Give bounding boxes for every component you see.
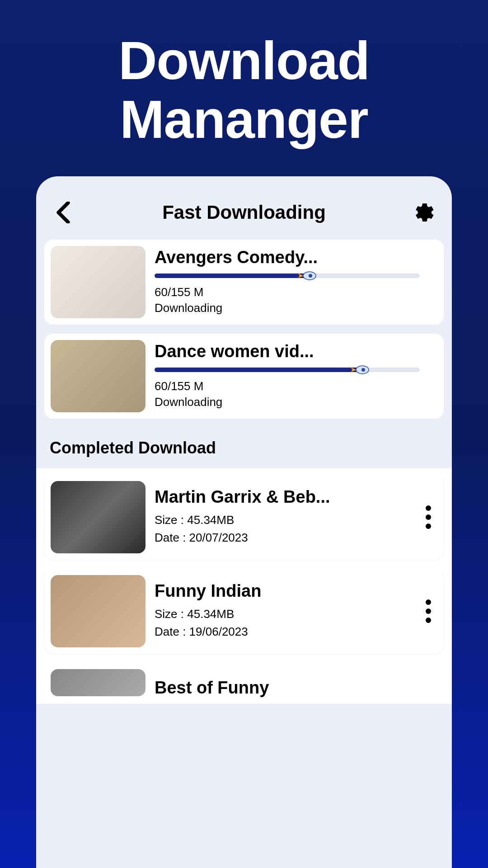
video-date: Date : 20/07/2023 bbox=[155, 529, 410, 547]
completed-section: Martin Garrix & Beb... Size : 45.34MB Da… bbox=[36, 468, 452, 704]
content-area: Avengers Comedy... 60/155 M Downloading … bbox=[36, 240, 452, 704]
section-title-completed: Completed Download bbox=[44, 428, 444, 468]
completed-body: Martin Garrix & Beb... Size : 45.34MB Da… bbox=[155, 487, 410, 547]
promo-line-1: Download bbox=[18, 32, 470, 90]
settings-button[interactable] bbox=[411, 199, 438, 226]
downloading-item[interactable]: Avengers Comedy... 60/155 M Downloading bbox=[44, 240, 444, 325]
video-title: Avengers Comedy... bbox=[155, 248, 434, 267]
svg-point-3 bbox=[361, 368, 365, 372]
progress-fill bbox=[155, 368, 361, 372]
video-thumbnail bbox=[51, 575, 145, 647]
more-options-button[interactable] bbox=[419, 595, 437, 627]
rocket-icon bbox=[297, 270, 317, 282]
more-options-button[interactable] bbox=[419, 501, 437, 533]
video-title: Dance women vid... bbox=[155, 342, 434, 361]
video-title: Martin Garrix & Beb... bbox=[155, 487, 410, 507]
progress-bar[interactable] bbox=[155, 368, 420, 372]
chevron-left-icon bbox=[56, 202, 70, 223]
progress-bar[interactable] bbox=[155, 274, 420, 278]
video-size: Size : 45.34MB bbox=[155, 605, 410, 623]
progress-status: Downloading bbox=[155, 300, 434, 316]
completed-item[interactable]: Funny Indian Size : 45.34MB Date : 19/06… bbox=[44, 569, 444, 654]
video-thumbnail bbox=[51, 481, 145, 553]
page-title: Fast Downloading bbox=[162, 202, 326, 223]
app-header: Fast Downloading bbox=[36, 190, 452, 240]
completed-body: Funny Indian Size : 45.34MB Date : 19/06… bbox=[155, 581, 410, 641]
progress-amount: 60/155 M bbox=[155, 378, 434, 394]
video-title: Best of Funny bbox=[155, 669, 269, 698]
video-date: Date : 19/06/2023 bbox=[155, 623, 410, 641]
gear-icon bbox=[414, 202, 436, 223]
video-thumbnail bbox=[51, 340, 145, 412]
video-size: Size : 45.34MB bbox=[155, 511, 410, 529]
promo-line-2: Mananger bbox=[18, 90, 470, 149]
progress-text: 60/155 M Downloading bbox=[155, 284, 434, 316]
progress-status: Downloading bbox=[155, 394, 434, 410]
completed-item[interactable]: Best of Funny bbox=[44, 663, 444, 704]
dots-vertical-icon bbox=[426, 599, 431, 605]
completed-item[interactable]: Martin Garrix & Beb... Size : 45.34MB Da… bbox=[44, 475, 444, 560]
progress-text: 60/155 M Downloading bbox=[155, 378, 434, 410]
dots-vertical-icon bbox=[426, 505, 431, 511]
progress-amount: 60/155 M bbox=[155, 284, 434, 300]
back-button[interactable] bbox=[50, 199, 77, 226]
svg-point-1 bbox=[309, 274, 312, 278]
progress-fill bbox=[155, 274, 309, 278]
downloading-body: Dance women vid... 60/155 M Downloading bbox=[155, 340, 437, 412]
rocket-icon bbox=[350, 364, 370, 376]
app-frame: Fast Downloading Avengers Comedy... bbox=[36, 176, 452, 868]
video-thumbnail bbox=[51, 246, 145, 318]
video-thumbnail bbox=[51, 669, 145, 696]
downloading-item[interactable]: Dance women vid... 60/155 M Downloading bbox=[44, 334, 444, 419]
video-title: Funny Indian bbox=[155, 581, 410, 601]
promo-title: Download Mananger bbox=[0, 0, 488, 176]
downloading-body: Avengers Comedy... 60/155 M Downloading bbox=[155, 246, 437, 318]
